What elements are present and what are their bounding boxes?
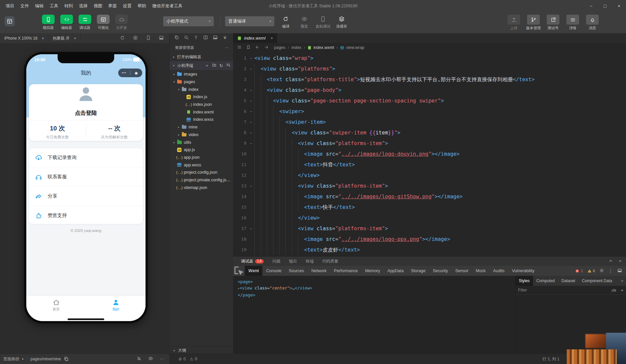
tree-item[interactable]: {..}project.config.json: [169, 169, 233, 176]
tree-item[interactable]: index.wxss: [169, 116, 233, 123]
dock-button[interactable]: [213, 35, 218, 41]
menu-item[interactable]: 文件: [17, 2, 32, 10]
debugger-tab[interactable]: 问题: [272, 259, 280, 264]
menu-item[interactable]: 界面: [105, 2, 120, 10]
more-actions-icon[interactable]: ⋯: [160, 357, 164, 361]
tab-home[interactable]: 首页: [26, 296, 86, 314]
capsule-menu[interactable]: ••• ◉: [118, 69, 142, 77]
menu-item[interactable]: 转到: [61, 2, 76, 10]
menu-item[interactable]: 设置: [120, 2, 135, 10]
fold-toggle-icon[interactable]: ⌄: [248, 95, 254, 106]
eye-button[interactable]: [148, 356, 153, 362]
chevron-right-icon[interactable]: ▸: [172, 141, 176, 144]
styles-tab-component-data[interactable]: Component Data: [578, 276, 615, 286]
menu-item[interactable]: 选择: [76, 2, 91, 10]
chevron-down-icon[interactable]: ▾: [177, 88, 181, 91]
action-refresh[interactable]: 编译: [277, 15, 294, 29]
project-root-section[interactable]: ▾ 小程序端 ＋↻: [169, 61, 233, 70]
chevron-right-icon[interactable]: ▸: [177, 125, 181, 129]
arrowr-button[interactable]: [264, 45, 269, 51]
tree-item[interactable]: {..}app.json: [169, 154, 233, 161]
device-button[interactable]: [146, 35, 151, 41]
arrowl-button[interactable]: [255, 45, 260, 51]
tree-item[interactable]: app.wxss: [169, 161, 233, 169]
fold-toggle-icon[interactable]: ⌄: [248, 117, 254, 127]
devtools-tab-mock[interactable]: Mock: [472, 266, 489, 276]
tree-item[interactable]: ▸mine: [169, 123, 233, 131]
search-button[interactable]: [184, 35, 189, 41]
action-device[interactable]: 真机调试: [314, 15, 332, 29]
styles-tab-computed[interactable]: Computed: [533, 276, 558, 286]
fold-toggle-icon[interactable]: ⌄: [248, 106, 254, 117]
devtools-tab-performance[interactable]: Performance: [330, 266, 362, 276]
bookmark-button[interactable]: [246, 45, 251, 51]
mode-select[interactable]: 小程序模式 ▾: [163, 16, 214, 26]
fold-toggle-icon[interactable]: ⌄: [248, 53, 254, 64]
toolbar-toggle-code[interactable]: 编辑器: [59, 15, 74, 30]
close-tab-icon[interactable]: ×: [270, 36, 273, 41]
tree-item[interactable]: ▸images: [169, 71, 233, 78]
page-path-label[interactable]: 页面路径: [0, 356, 19, 362]
chevron-right-icon[interactable]: ▸: [177, 133, 181, 136]
minimize-button[interactable]: −: [584, 0, 598, 12]
filter-input[interactable]: Filter: [518, 288, 527, 292]
wxml-tree-line[interactable]: ▸<view class="center">…</view>: [238, 285, 515, 292]
fold-toggle-icon[interactable]: ⌄: [248, 127, 254, 138]
action-upload[interactable]: 上传: [505, 15, 522, 31]
toolbar-toggle-phone[interactable]: 模拟器: [41, 15, 56, 30]
paw-button[interactable]: [222, 35, 227, 41]
more-actions-icon[interactable]: ⋯: [225, 45, 229, 50]
cls-toggle[interactable]: .cls: [610, 288, 618, 292]
gity-button[interactable]: [193, 35, 198, 41]
overflow-chevron-icon[interactable]: »: [621, 278, 626, 283]
avatar[interactable]: [75, 83, 97, 105]
login-button[interactable]: 点击登陆: [29, 109, 143, 117]
menu-item[interactable]: 项目: [3, 2, 17, 10]
close-button[interactable]: ×: [612, 0, 626, 12]
maximize-button[interactable]: □: [598, 0, 612, 12]
devtools-tab-appdata[interactable]: AppData: [384, 266, 408, 276]
breadcrumb-item[interactable]: view.wrap: [340, 45, 364, 50]
fold-toggle-icon[interactable]: ⌄: [248, 138, 254, 149]
devtools-tab-audits[interactable]: Audits: [489, 266, 508, 276]
toolbar-toggle-cloud[interactable]: 云开发: [114, 15, 129, 30]
list-item-share[interactable]: 分享: [29, 187, 143, 206]
devtools-tab-security[interactable]: Security: [429, 266, 452, 276]
copy-icon[interactable]: [64, 356, 69, 362]
fold-toggle-icon[interactable]: ⌄: [248, 64, 254, 74]
compile-mode-select[interactable]: 普通编译 ▾: [225, 16, 274, 26]
fold-toggle-icon[interactable]: ⌄: [248, 223, 254, 234]
wxml-tree-line[interactable]: </page>: [238, 292, 515, 298]
belloff-button[interactable]: [137, 356, 142, 362]
wxml-tree-line[interactable]: <page>: [238, 278, 515, 285]
capsule-close-icon[interactable]: ◉: [131, 71, 143, 75]
close-panel-icon[interactable]: ×: [619, 259, 621, 264]
add-style-icon[interactable]: +: [621, 288, 623, 293]
tree-item[interactable]: JSindex.js: [169, 93, 233, 101]
debugger-tab[interactable]: 代码质量: [322, 259, 338, 264]
tree-item[interactable]: {..}index.json: [169, 101, 233, 108]
tree-item[interactable]: index.wxml: [169, 108, 233, 116]
menu-item[interactable]: 工具: [47, 2, 61, 10]
inspect-element-icon[interactable]: [233, 266, 245, 276]
new-file-icon[interactable]: ＋: [205, 63, 209, 69]
tree-item[interactable]: JSapp.js: [169, 146, 233, 154]
fold-toggle-icon[interactable]: ⌄: [248, 181, 254, 191]
record-button[interactable]: [133, 35, 138, 41]
action-external[interactable]: 测试号: [545, 15, 561, 31]
split-button[interactable]: [203, 35, 208, 41]
tree-item[interactable]: {..}sitemap.json: [169, 184, 233, 191]
code-area[interactable]: 1⌄<view class="wrap">2⌄ <view class="pla…: [233, 52, 626, 256]
refresh-button[interactable]: [120, 35, 125, 41]
devtools-tab-sensor[interactable]: Sensor: [452, 266, 472, 276]
tree-item[interactable]: ▾index: [169, 86, 233, 93]
bars-button[interactable]: [237, 45, 242, 51]
device-select[interactable]: iPhone X 100% 16 ▾: [0, 33, 48, 43]
wxml-tree-pane[interactable]: <page>▸<view class="center">…</view></pa…: [233, 276, 515, 354]
styles-tab-dataset[interactable]: Dataset: [558, 276, 578, 286]
debugger-tab[interactable]: 终端: [306, 259, 314, 264]
styles-tab-styles[interactable]: Styles: [515, 276, 533, 286]
list-item-clouddown[interactable]: 下载记录查询: [29, 148, 143, 167]
devtools-tab-vulnerability[interactable]: Vulnerability: [508, 266, 538, 276]
dock-side-button[interactable]: [617, 268, 622, 274]
